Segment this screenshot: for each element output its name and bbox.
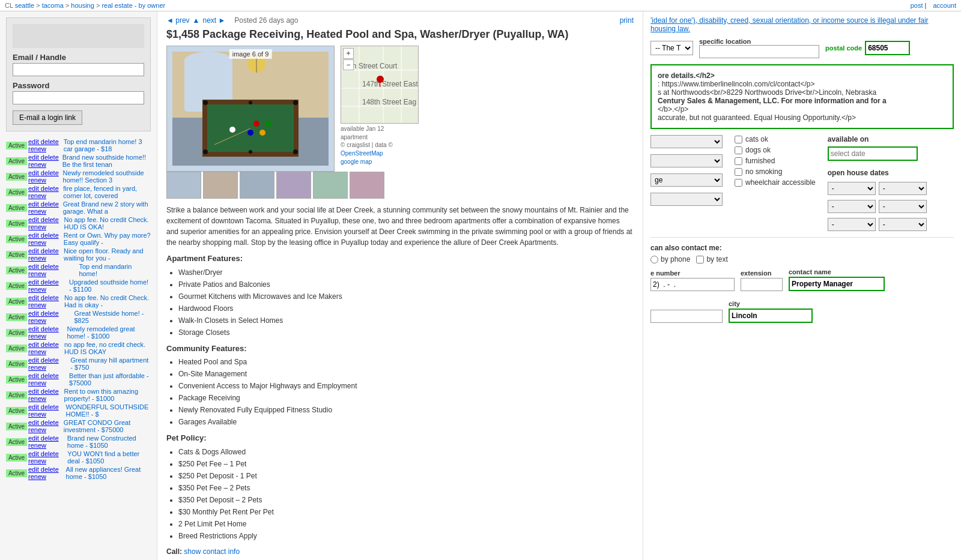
listing-link[interactable]: Brand new Constructed home - $1050 [67,435,151,449]
action-delete[interactable]: delete [41,200,59,208]
listing-link[interactable]: Top end mandarin home! 3 car garage - $1… [64,138,151,152]
action-delete[interactable]: delete [41,138,59,145]
action-renew[interactable]: renew [28,301,46,309]
action-renew[interactable]: renew [28,411,46,418]
ext-input[interactable] [741,278,783,291]
by-phone-radio[interactable] [650,256,658,263]
google-map-link[interactable]: google map [341,158,372,165]
zoom-in-button[interactable]: + [343,48,354,59]
listing-link[interactable]: Great Brand new 2 story with garage. Wha… [63,200,151,215]
action-delete[interactable]: delete [41,169,59,176]
action-renew[interactable]: renew [28,208,46,215]
bathrooms-select[interactable] [650,154,723,167]
action-delete[interactable]: delete [41,185,59,192]
cats-ok-checkbox[interactable] [735,136,742,143]
action-renew[interactable]: renew [28,286,46,293]
action-renew[interactable]: renew [28,348,46,355]
listing-link[interactable]: WONDERFUL SOUTHSIDE HOME!! - $ [66,403,151,418]
action-renew[interactable]: renew [28,317,46,324]
action-edit[interactable]: edit [28,419,41,426]
listing-link[interactable]: Upgraded southside home! - $1100 [69,278,151,293]
action-renew[interactable]: renew [28,176,46,184]
action-renew[interactable]: renew [28,192,46,199]
listing-link[interactable]: Newly remodeled great home! - $1000 [67,325,151,340]
action-edit[interactable]: edit [28,278,41,286]
area-select[interactable]: ge [650,173,723,187]
listing-link[interactable]: All new appliances! Great home - $1050 [66,466,151,480]
furnished-checkbox[interactable] [735,157,742,165]
action-delete[interactable]: delete [41,294,59,301]
breadcrumb-seattle[interactable]: seattle [15,2,34,9]
listing-link[interactable]: Brand new southside home!! Be the first … [62,154,151,168]
action-renew[interactable]: renew [28,457,46,465]
thumb-1[interactable] [166,172,201,199]
action-edit[interactable]: edit [28,450,41,457]
listing-link[interactable]: No app fee. No credit Check. Had is okay… [64,294,151,309]
fair-housing-notice[interactable]: 'ideal for one'), disability, creed, sex… [650,16,954,33]
dogs-ok-checkbox[interactable] [735,146,742,154]
action-renew[interactable]: renew [28,333,46,340]
action-edit[interactable]: edit [28,310,41,317]
phone-input[interactable] [650,278,735,291]
password-input[interactable] [13,91,144,104]
action-edit[interactable]: edit [28,200,41,208]
time-select-3[interactable]: - [879,218,927,231]
show-contact-link[interactable]: show contact info [184,547,240,556]
date-select-2[interactable]: - [828,200,876,213]
action-edit[interactable]: edit [28,247,41,254]
no-smoking-checkbox[interactable] [735,168,742,176]
email-login-button[interactable]: E-mail a login link [13,110,82,125]
action-delete[interactable]: delete [41,232,59,239]
action-renew[interactable]: renew [28,239,46,246]
date-select-3[interactable]: - [828,218,876,231]
postal-code-input[interactable] [865,41,910,55]
city-input-left[interactable] [650,310,723,323]
listing-link[interactable]: Newly remodeled southside home!! Section… [63,169,151,184]
action-renew[interactable]: renew [28,145,46,152]
action-delete[interactable]: delete [41,357,59,364]
action-edit[interactable]: edit [28,341,41,348]
thumb-4[interactable] [276,172,311,199]
bedrooms-select[interactable] [650,135,723,148]
action-edit[interactable]: edit [28,185,41,192]
action-renew[interactable]: renew [28,395,46,402]
action-delete[interactable]: delete [41,278,59,286]
listing-link[interactable]: YOU WON't find a better deal - $1050 [67,450,151,465]
account-link[interactable]: account [933,2,956,9]
prev-link[interactable]: ◄ prev [166,16,190,25]
action-edit[interactable]: edit [28,388,41,395]
time-select-1[interactable]: - [879,182,927,195]
action-edit[interactable]: edit [28,403,41,411]
listing-link[interactable]: Great Westside home! - $825 [74,310,151,324]
listing-link[interactable]: Better than just affordable - $75000 [69,372,151,387]
listing-link[interactable]: Rent to own this amazing property! - $10… [64,388,151,402]
openstreetmap-link[interactable]: OpenStreetMap [341,150,383,157]
thumb-6[interactable] [350,172,384,199]
city-input[interactable] [729,309,813,323]
action-renew[interactable]: renew [28,473,46,480]
action-edit[interactable]: edit [28,435,41,442]
up-link[interactable]: ▲ [193,16,200,25]
listing-link[interactable]: Great muray hill apartment - $750 [70,357,151,371]
thumb-3[interactable] [240,172,274,199]
listing-link[interactable]: Nice open floor. Ready and waiting for y… [64,247,151,262]
title-select[interactable]: -- The T [650,41,693,55]
next-link[interactable]: next ► [202,16,225,25]
contact-name-input[interactable] [789,277,885,291]
available-date-input[interactable] [828,146,918,161]
action-renew[interactable]: renew [28,426,46,433]
action-renew[interactable]: renew [28,270,46,277]
action-delete[interactable]: delete [41,247,59,254]
action-edit[interactable]: edit [28,232,41,239]
print-link[interactable]: print [620,16,634,25]
breadcrumb-real-estate[interactable]: real estate - by owner [102,2,165,9]
breadcrumb-housing[interactable]: housing [71,2,94,9]
action-edit[interactable]: edit [28,138,41,145]
action-delete[interactable]: delete [41,341,59,348]
thumb-2[interactable] [203,172,238,199]
action-renew[interactable]: renew [28,442,46,449]
action-edit[interactable]: edit [28,154,41,161]
zoom-out-button[interactable]: − [343,59,354,70]
action-edit[interactable]: edit [28,263,41,270]
action-renew[interactable]: renew [28,254,46,262]
